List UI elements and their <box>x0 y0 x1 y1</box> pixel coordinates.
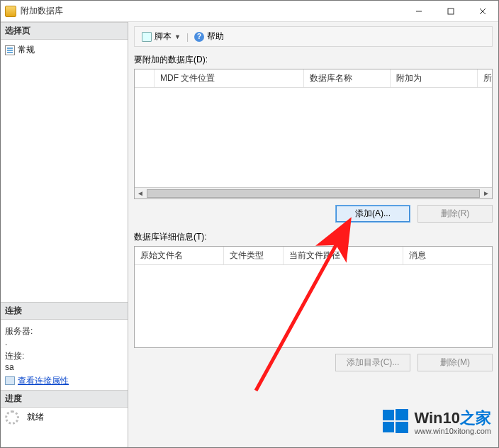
watermark-brand-a: Win10 <box>414 409 460 427</box>
svg-rect-5 <box>383 410 394 420</box>
col-extra[interactable]: 所 <box>478 69 492 87</box>
col-db-name[interactable]: 数据库名称 <box>304 69 391 87</box>
svg-rect-6 <box>396 409 408 420</box>
page-icon <box>5 45 15 55</box>
maximize-button[interactable] <box>434 1 466 21</box>
listview-header: 原始文件名 文件类型 当前文件路径 消息 <box>135 247 492 265</box>
col-file-type[interactable]: 文件类型 <box>224 247 284 264</box>
window-title: 附加数据库 <box>21 5 63 17</box>
attach-db-label: 要附加的数据库(D): <box>134 54 493 66</box>
script-label: 脚本 <box>155 30 172 43</box>
remove-detail-button: 删除(M) <box>417 354 493 371</box>
databases-listview[interactable]: MDF 文件位置 数据库名称 附加为 所 ◄ ► <box>134 69 493 199</box>
app-icon <box>5 6 16 17</box>
col-attach-as[interactable]: 附加为 <box>391 69 478 87</box>
right-panel: 脚本 ▼ | ? 帮助 要附加的数据库(D): MDF 文件位置 数据库名称 附… <box>128 22 498 447</box>
svg-rect-7 <box>383 422 394 432</box>
script-button[interactable]: 脚本 ▼ <box>139 29 184 44</box>
progress-status: 就绪 <box>27 412 44 422</box>
add-directory-button: 添加目录(C)... <box>335 354 410 371</box>
horizontal-scrollbar[interactable]: ◄ ► <box>135 187 492 198</box>
link-text: 查看连接属性 <box>18 375 69 387</box>
nav-item-label: 常规 <box>18 44 35 56</box>
scroll-thumb[interactable] <box>147 189 480 198</box>
help-label: 帮助 <box>207 30 224 43</box>
server-label: 服务器: <box>5 325 123 337</box>
server-value: . <box>5 337 123 347</box>
svg-rect-8 <box>396 422 408 433</box>
progress-header: 进度 <box>1 390 128 408</box>
scroll-left-icon[interactable]: ◄ <box>135 189 146 197</box>
help-button[interactable]: ? 帮助 <box>191 29 227 44</box>
left-panel: 选择页 常规 连接 服务器: . 连接: sa 查看连接属性 进度 <box>1 22 128 447</box>
properties-icon <box>5 376 15 385</box>
view-connection-properties-link[interactable]: 查看连接属性 <box>5 375 69 387</box>
connection-header: 连接 <box>1 302 128 320</box>
remove-button: 删除(R) <box>417 205 493 223</box>
windows-logo-icon <box>381 407 410 437</box>
progress-block: 就绪 <box>1 408 128 447</box>
add-button[interactable]: 添加(A)... <box>335 205 410 223</box>
watermark-brand-b: 之家 <box>460 409 491 427</box>
titlebar: 附加数据库 <box>1 1 498 22</box>
svg-rect-1 <box>448 9 454 14</box>
help-icon: ? <box>194 32 204 42</box>
chevron-down-icon: ▼ <box>174 33 181 40</box>
col-mdf-location[interactable]: MDF 文件位置 <box>155 69 304 87</box>
connection-label: 连接: <box>5 350 123 362</box>
details-listview[interactable]: 原始文件名 文件类型 当前文件路径 消息 <box>134 246 493 348</box>
scroll-right-icon[interactable]: ► <box>481 189 492 197</box>
toolbar: 脚本 ▼ | ? 帮助 <box>134 26 493 47</box>
watermark-url: www.win10xitong.com <box>414 427 491 436</box>
connection-value: sa <box>5 362 123 372</box>
detail-label: 数据库详细信息(T): <box>134 231 493 243</box>
script-icon <box>142 32 152 42</box>
select-page-header: 选择页 <box>1 22 128 40</box>
watermark: Win10之家 www.win10xitong.com <box>381 407 491 437</box>
spinner-icon <box>5 410 19 425</box>
close-button[interactable] <box>466 1 498 21</box>
col-current-path[interactable]: 当前文件路径 <box>284 247 403 264</box>
dialog-window: 附加数据库 选择页 常规 连接 服务器: . <box>0 0 499 448</box>
nav-item-general[interactable]: 常规 <box>5 43 123 57</box>
col-original-name[interactable]: 原始文件名 <box>135 247 224 264</box>
listview-header: MDF 文件位置 数据库名称 附加为 所 <box>135 69 492 88</box>
minimize-button[interactable] <box>403 1 434 21</box>
col-message[interactable]: 消息 <box>403 247 492 264</box>
connection-info: 服务器: . 连接: sa 查看连接属性 <box>1 320 128 391</box>
